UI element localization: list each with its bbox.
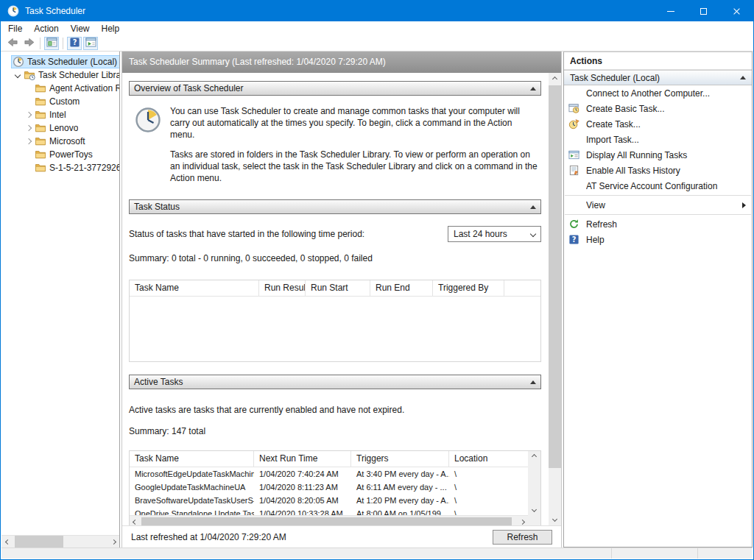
minimize-icon — [667, 11, 674, 12]
action-item-import-task[interactable]: Import Task... — [564, 132, 752, 147]
active-task-row[interactable]: MicrosoftEdgeUpdateTaskMachine...1/04/20… — [130, 467, 528, 481]
tree-item-label: S-1-5-21-3772926790- — [49, 163, 120, 173]
tree-item-task-scheduler-local[interactable]: Task Scheduler (Local) — [1, 55, 119, 68]
scroll-up-icon[interactable] — [528, 451, 540, 462]
column-header-run-result[interactable]: Run Result — [259, 280, 306, 296]
chevron-down-icon — [530, 231, 536, 237]
action-item-at-service-account-configuration[interactable]: AT Service Account Configuration — [564, 178, 752, 194]
tree-item-custom[interactable]: Custom — [1, 95, 119, 108]
column-header-triggers[interactable]: Triggers — [351, 451, 449, 467]
action-item-refresh[interactable]: Refresh — [564, 216, 752, 232]
active-tasks-vertical-scrollbar[interactable] — [528, 451, 540, 515]
chevron-down-icon[interactable] — [13, 73, 22, 77]
cell: At 1:20 PM every day - A... — [351, 494, 449, 507]
summary-footer: Last refreshed at 1/04/2020 7:29:20 AM R… — [122, 525, 561, 547]
scroll-thumb[interactable] — [549, 85, 561, 468]
scroll-down-icon[interactable] — [528, 504, 540, 515]
refresh-button[interactable]: Refresh — [493, 530, 552, 545]
chevron-right-icon[interactable] — [24, 139, 33, 143]
active-tasks-section-header[interactable]: Active Tasks — [129, 375, 541, 389]
overview-section-header[interactable]: Overview of Task Scheduler — [129, 81, 541, 96]
scroll-thumb[interactable] — [141, 517, 512, 525]
tree-item-s-1-5-21-3772926790[interactable]: S-1-5-21-3772926790- — [1, 161, 119, 174]
folder-icon — [35, 122, 46, 134]
collapse-icon[interactable] — [524, 380, 536, 384]
menu-item-help[interactable]: Help — [96, 22, 126, 35]
scroll-right-icon[interactable] — [108, 536, 119, 547]
action-item-label: Refresh — [586, 219, 746, 230]
summary-vertical-scrollbar[interactable] — [549, 73, 561, 525]
chevron-right-icon[interactable] — [24, 113, 33, 117]
action-pane-button[interactable] — [83, 37, 98, 50]
tree-item-agent-activation-runt[interactable]: Agent Activation Runt — [1, 82, 119, 95]
chevron-right-icon[interactable] — [24, 126, 33, 130]
task-status-summary: Summary: 0 total - 0 running, 0 succeede… — [129, 253, 541, 263]
forward-button[interactable] — [21, 37, 36, 50]
column-header-triggered-by[interactable]: Triggered By — [433, 280, 504, 296]
actions-group-header[interactable]: Task Scheduler (Local) — [564, 70, 752, 85]
task-status-section-header[interactable]: Task Status — [129, 199, 541, 214]
menu-item-view[interactable]: View — [65, 22, 96, 35]
tree-item-task-scheduler-library[interactable]: Task Scheduler Library — [1, 68, 119, 82]
tree-item-label: Lenovo — [49, 123, 78, 133]
folder-icon — [35, 149, 46, 160]
tree-list: Task Scheduler (Local)Task Scheduler Lib… — [1, 55, 119, 174]
tree-item-microsoft[interactable]: Microsoft — [1, 135, 119, 148]
help-button[interactable]: ? — [67, 37, 82, 50]
console-tree-button[interactable] — [44, 37, 59, 50]
action-item-label: AT Service Account Configuration — [586, 181, 746, 191]
tree-horizontal-scrollbar[interactable] — [1, 535, 119, 547]
action-item-label: Display All Running Tasks — [586, 150, 746, 160]
column-header-run-start[interactable]: Run Start — [306, 280, 370, 296]
action-item-label: Create Task... — [586, 119, 746, 130]
task-status-table: Task NameRun ResultRun StartRun EndTrigg… — [129, 280, 541, 362]
summary-header: Task Scheduler Summary (Last refreshed: … — [122, 52, 561, 73]
scroll-left-icon[interactable] — [130, 516, 141, 525]
maximize-button[interactable] — [687, 1, 720, 21]
menu-item-file[interactable]: File — [2, 22, 28, 35]
menu-item-action[interactable]: Action — [28, 22, 64, 35]
action-item-label: Import Task... — [586, 135, 746, 145]
tree-item-lenovo[interactable]: Lenovo — [1, 121, 119, 135]
menu-bar: FileActionViewHelp — [1, 21, 753, 35]
active-task-row[interactable]: BraveSoftwareUpdateTaskUserS-1-...1/04/2… — [130, 494, 528, 507]
scheduler-clock-icon — [13, 56, 24, 68]
scroll-thumb[interactable] — [15, 536, 63, 547]
action-item-view[interactable]: View — [564, 197, 752, 213]
column-header-task-name[interactable]: Task Name — [130, 451, 254, 467]
active-tasks-horizontal-scrollbar[interactable] — [130, 515, 528, 525]
minimize-button[interactable] — [654, 1, 687, 21]
close-button[interactable] — [720, 1, 753, 21]
active-task-row[interactable]: GoogleUpdateTaskMachineUA1/04/2020 8:11:… — [130, 481, 528, 494]
actions-panel-title: Actions — [564, 52, 752, 70]
collapse-icon[interactable] — [524, 87, 536, 91]
no-icon — [568, 88, 582, 99]
column-header-next-run-time[interactable]: Next Run Time — [254, 451, 351, 467]
collapse-icon[interactable] — [524, 205, 536, 209]
action-item-help[interactable]: ?Help — [564, 232, 752, 247]
action-item-connect-to-another-computer[interactable]: Connect to Another Computer... — [564, 85, 752, 101]
time-period-value: Last 24 hours — [454, 229, 531, 239]
scroll-left-icon[interactable] — [1, 536, 13, 547]
action-item-display-all-running-tasks[interactable]: Display All Running Tasks — [564, 147, 752, 163]
svg-text:?: ? — [72, 38, 77, 46]
overview-section: Overview of Task Scheduler You can use T… — [129, 81, 541, 194]
scroll-up-icon[interactable] — [549, 73, 561, 85]
column-header-task-name[interactable]: Task Name — [130, 280, 259, 296]
scroll-down-icon[interactable] — [549, 513, 561, 525]
action-item-label: Create Basic Task... — [586, 104, 746, 114]
time-period-dropdown[interactable]: Last 24 hours — [448, 226, 541, 242]
column-header-run-end[interactable]: Run End — [370, 280, 433, 296]
column-header-empty — [504, 280, 540, 296]
cell: \ — [449, 494, 528, 507]
action-item-create-basic-task[interactable]: Create Basic Task... — [564, 101, 752, 116]
action-item-create-task[interactable]: Create Task... — [564, 116, 752, 132]
tree-item-powertoys[interactable]: PowerToys — [1, 148, 119, 161]
tree-item-intel[interactable]: Intel — [1, 108, 119, 121]
back-button[interactable] — [5, 37, 20, 50]
tasks-history-icon — [568, 165, 582, 177]
tree-item-label: Task Scheduler Library — [38, 70, 120, 80]
action-item-enable-all-tasks-history[interactable]: Enable All Tasks History — [564, 163, 752, 178]
scroll-right-icon[interactable] — [517, 516, 528, 525]
column-header-location[interactable]: Location — [449, 451, 528, 467]
